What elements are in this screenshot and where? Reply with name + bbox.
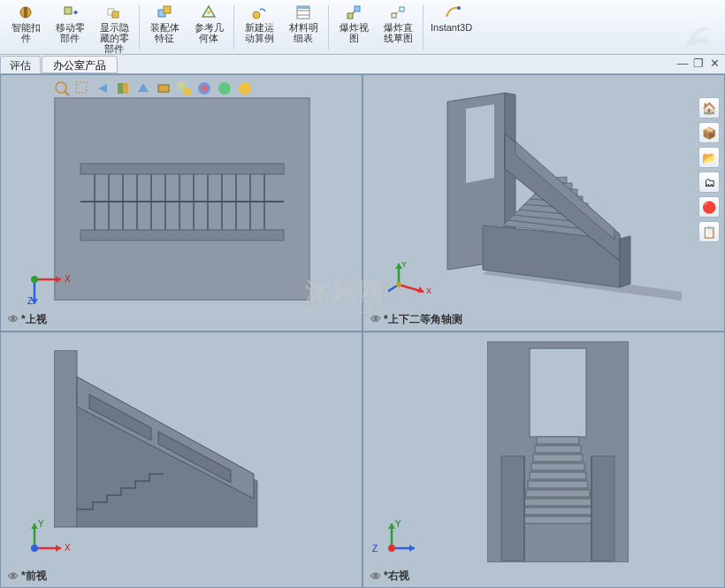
- close-button[interactable]: ✕: [707, 57, 721, 71]
- svg-point-105: [388, 545, 395, 552]
- section-icon[interactable]: [115, 80, 131, 96]
- ribbon-btn-move-component[interactable]: 移动零部件: [49, 2, 91, 45]
- geometry-icon: [200, 4, 218, 21]
- hide-show-icon[interactable]: [176, 80, 192, 96]
- svg-rect-88: [530, 348, 586, 437]
- svg-rect-91: [533, 454, 583, 462]
- svg-point-19: [457, 6, 461, 10]
- svg-point-29: [218, 82, 231, 95]
- viewport-front[interactable]: XY 👁*前视: [0, 332, 362, 589]
- svg-point-51: [31, 276, 38, 283]
- svg-line-21: [65, 91, 69, 95]
- taskpane-view-icon[interactable]: 🗂: [698, 172, 720, 193]
- tabs-bar: 评估 办公室产品: [0, 55, 725, 74]
- ribbon-toolbar: 智能扣件 移动零部件 显示隐藏的零部件 装配体特征 参考几何体 新建运动算例 材…: [0, 0, 725, 55]
- svg-rect-1: [24, 7, 27, 18]
- assembly-icon: [156, 4, 173, 21]
- svg-text:Z: Z: [372, 544, 378, 554]
- svg-rect-12: [297, 6, 309, 9]
- move-icon: [61, 4, 79, 21]
- ribbon-btn-explode-view[interactable]: 爆炸视图: [332, 2, 375, 45]
- svg-rect-25: [158, 85, 169, 92]
- viewport-label: 👁*上下二等角轴测: [370, 312, 462, 327]
- viewport-container: XZ 👁*上视: [0, 74, 725, 588]
- model-right-view: [487, 341, 629, 562]
- svg-rect-89: [537, 437, 579, 444]
- tab-office-products[interactable]: 办公室产品: [42, 56, 118, 73]
- svg-point-7: [207, 11, 210, 14]
- model-front-view: [54, 350, 301, 554]
- svg-point-30: [239, 82, 251, 95]
- edit-appearance-icon[interactable]: [196, 80, 212, 96]
- svg-rect-97: [523, 508, 593, 515]
- svg-text:X: X: [65, 274, 70, 284]
- svg-text:Y: Y: [401, 262, 407, 269]
- taskpane-folder-icon[interactable]: 📂: [698, 147, 720, 168]
- origin-triad: XY: [26, 518, 70, 562]
- eye-icon: 👁: [8, 570, 19, 583]
- minimize-button[interactable]: —: [675, 57, 690, 71]
- ribbon-btn-show-hidden[interactable]: 显示隐藏的零部件: [93, 2, 135, 56]
- display-style-icon[interactable]: [156, 80, 172, 96]
- scene-icon[interactable]: [217, 80, 233, 96]
- prev-view-icon[interactable]: [95, 80, 111, 96]
- viewport-label: 👁*右视: [370, 569, 409, 584]
- bom-icon: [294, 4, 312, 21]
- ribbon-btn-new-motion[interactable]: 新建运动算例: [238, 2, 280, 45]
- zoom-fit-icon[interactable]: [54, 80, 70, 96]
- view-orient-icon[interactable]: [135, 80, 151, 96]
- svg-rect-6: [164, 6, 171, 13]
- solidworks-logo: [679, 22, 718, 57]
- svg-rect-100: [591, 456, 614, 561]
- eye-icon: 👁: [8, 313, 19, 325]
- taskpane-properties-icon[interactable]: 📋: [698, 221, 720, 242]
- svg-rect-22: [76, 82, 87, 93]
- motion-icon: [250, 4, 268, 21]
- svg-rect-2: [65, 7, 72, 14]
- svg-rect-93: [530, 472, 586, 479]
- heads-up-toolbar: [54, 80, 253, 96]
- svg-text:Y: Y: [395, 519, 401, 529]
- viewport-top[interactable]: XZ 👁*上视: [0, 74, 362, 332]
- ribbon-btn-smart-fastener[interactable]: 智能扣件: [4, 2, 47, 45]
- model-iso-view: [399, 84, 682, 314]
- ribbon-btn-reference-geom[interactable]: 参考几何体: [187, 2, 230, 45]
- svg-rect-96: [524, 499, 591, 506]
- ribbon-btn-assembly-feature[interactable]: 装配体特征: [143, 2, 186, 45]
- svg-text:X: X: [65, 543, 70, 553]
- svg-rect-33: [80, 164, 284, 174]
- view-settings-icon[interactable]: [237, 80, 253, 96]
- ribbon-btn-instant3d[interactable]: Instant3D: [427, 2, 476, 34]
- svg-rect-98: [521, 516, 595, 523]
- viewport-right[interactable]: ZY 👁*右视: [362, 332, 725, 589]
- ribbon-separator: [233, 5, 234, 50]
- svg-point-28: [198, 82, 210, 95]
- svg-line-18: [396, 11, 400, 13]
- viewport-label: 👁*前视: [8, 569, 47, 584]
- taskpane-appearance-icon[interactable]: 🔴: [698, 196, 720, 218]
- instant3d-icon: [443, 4, 461, 21]
- tab-evaluate[interactable]: 评估: [0, 56, 41, 73]
- svg-rect-16: [392, 13, 396, 18]
- svg-point-8: [253, 11, 260, 19]
- svg-rect-77: [54, 350, 77, 527]
- svg-marker-59: [620, 236, 630, 287]
- ribbon-btn-explode-sketch[interactable]: 爆炸直线草图: [377, 2, 419, 45]
- svg-rect-90: [535, 446, 581, 453]
- svg-rect-34: [80, 230, 284, 241]
- viewport-isometric[interactable]: XY 👁*上下二等角轴测: [362, 74, 725, 332]
- visibility-icon: [105, 4, 123, 21]
- taskpane-home-icon[interactable]: 🏠: [698, 97, 720, 118]
- taskpane-resources-icon[interactable]: 📦: [698, 122, 720, 143]
- ribbon-btn-bom[interactable]: 材料明细表: [282, 2, 324, 45]
- svg-rect-4: [112, 11, 118, 18]
- fastener-icon: [17, 4, 34, 21]
- zoom-area-icon[interactable]: [74, 80, 90, 96]
- svg-rect-95: [526, 490, 590, 497]
- eye-icon: 👁: [370, 313, 381, 325]
- eye-icon: 👁: [370, 570, 381, 583]
- ribbon-separator: [328, 5, 329, 50]
- svg-rect-27: [183, 88, 190, 95]
- maximize-button[interactable]: ❐: [691, 57, 706, 71]
- viewport-label: 👁*上视: [8, 312, 47, 327]
